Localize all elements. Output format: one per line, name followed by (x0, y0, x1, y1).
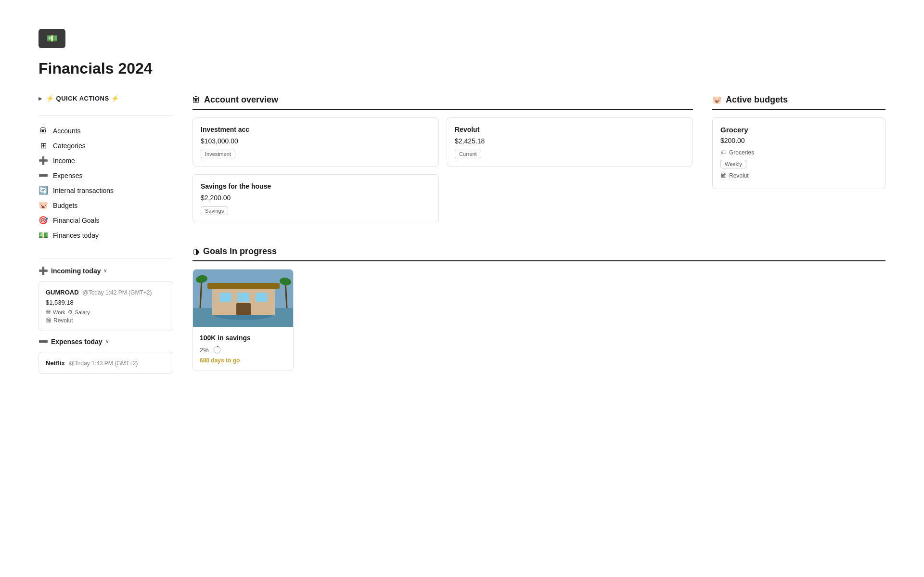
expenses-icon: ➖ (38, 171, 48, 180)
sidebar: ▶ ⚡ QUICK ACTIONS ⚡ 🏛 Accounts ⊞ Categor… (38, 95, 173, 548)
sidebar-item-expenses[interactable]: ➖ Expenses (38, 168, 173, 183)
sidebar-item-budgets-label: Budgets (53, 202, 77, 209)
active-budgets-title: Active budgets (726, 95, 788, 105)
logo-area: 💵 (38, 29, 886, 48)
goal-percent-0: 2% (200, 346, 209, 354)
incoming-today-toggle[interactable]: ➕ Incoming today ∨ (38, 266, 173, 275)
tag-salary: ⚙ Salary (68, 309, 90, 315)
account-overview-title: Account overview (204, 95, 278, 105)
sidebar-item-internal-transactions[interactable]: 🔄 Internal transactions (38, 183, 173, 198)
incoming-transaction-account-label-0: Revolut (53, 317, 73, 324)
budget-account-icon-0: 🏛 (720, 172, 726, 179)
account-amount-1: $2,425.18 (455, 137, 685, 145)
goals-header: ◑ Goals in progress (192, 246, 886, 261)
svg-rect-4 (207, 283, 280, 289)
svg-rect-8 (236, 303, 251, 315)
account-cards-grid: Investment acc $103,000.00 Investment Re… (192, 117, 693, 223)
progress-circle-icon-0 (213, 346, 221, 354)
account-type-2: Savings (201, 206, 228, 215)
incoming-today-label: Incoming today (51, 267, 101, 275)
account-card-revolut[interactable]: Revolut $2,425.18 Current (447, 117, 693, 167)
sidebar-item-financial-goals-label: Financial Goals (53, 217, 100, 224)
tag-work: 🏛 Work (46, 309, 65, 315)
sidebar-item-income[interactable]: ➕ Income (38, 153, 173, 168)
sidebar-item-finances-today-label: Finances today (53, 231, 99, 239)
account-name-2: Savings for the house (201, 182, 431, 190)
expenses-transaction-card-0[interactable]: Netflix @Today 1:43 PM (GMT+2) (38, 352, 173, 374)
budget-category-0: 🏷 Groceries (720, 149, 877, 156)
work-icon: 🏛 (46, 309, 51, 315)
budget-category-icon-0: 🏷 (720, 149, 726, 156)
budget-amount-0: $200.00 (720, 137, 877, 144)
quick-actions-arrow-icon: ▶ (38, 96, 42, 101)
sidebar-item-expenses-label: Expenses (53, 172, 82, 180)
goal-name-0: 100K in savings (200, 334, 286, 342)
tag-work-label: Work (53, 309, 65, 315)
accounts-icon: 🏛 (38, 127, 48, 135)
account-type-1: Current (455, 150, 481, 158)
financial-goals-icon: 🎯 (38, 216, 48, 225)
goal-image-0 (193, 269, 293, 327)
sidebar-nav: 🏛 Accounts ⊞ Categories ➕ Income ➖ Expen… (38, 124, 173, 243)
budget-card-grocery[interactable]: Grocery $200.00 🏷 Groceries Weekly 🏛 Rev… (712, 117, 886, 189)
incoming-transaction-account-0: 🏛 Revolut (46, 317, 166, 324)
budget-account-label-0: Revolut (729, 172, 749, 179)
incoming-transaction-name-0: GUMROAD (46, 289, 79, 296)
tag-salary-label: Salary (75, 309, 90, 315)
incoming-transaction-time-0: @Today 1:42 PM (GMT+2) (83, 289, 152, 296)
expenses-today-label: Expenses today (51, 338, 103, 346)
sidebar-item-income-label: Income (53, 157, 75, 165)
sidebar-divider-mid (38, 258, 173, 258)
goals-icon: ◑ (192, 247, 199, 256)
expenses-today-chevron-icon: ∨ (105, 339, 109, 344)
top-sections-row: 🏛 Account overview Investment acc $103,0… (192, 95, 886, 223)
account-type-0: Investment (201, 150, 235, 158)
svg-point-13 (214, 346, 220, 353)
incoming-transaction-amount-0: $1,539.18 (46, 299, 166, 306)
expenses-today-toggle[interactable]: ➖ Expenses today ∨ (38, 337, 173, 346)
budget-period-0: Weekly (720, 160, 746, 168)
sidebar-item-internal-transactions-label: Internal transactions (53, 187, 114, 194)
main-content: 🏛 Account overview Investment acc $103,0… (192, 95, 886, 548)
expenses-transaction-time-0: @Today 1:43 PM (GMT+2) (69, 360, 138, 367)
svg-rect-5 (219, 293, 231, 302)
goals-section: ◑ Goals in progress (192, 246, 886, 371)
sidebar-item-categories[interactable]: ⊞ Categories (38, 138, 173, 153)
incoming-transaction-tags-0: 🏛 Work ⚙ Salary (46, 309, 166, 315)
expenses-today-section: ➖ Expenses today ∨ Netflix @Today 1:43 P… (38, 337, 173, 374)
active-budgets-section: 🐷 Active budgets Grocery $200.00 🏷 Groce… (712, 95, 886, 223)
sidebar-item-financial-goals[interactable]: 🎯 Financial Goals (38, 213, 173, 228)
incoming-today-chevron-icon: ∨ (103, 268, 107, 273)
incoming-transaction-card-0[interactable]: GUMROAD @Today 1:42 PM (GMT+2) $1,539.18… (38, 281, 173, 331)
account-amount-2: $2,200.00 (201, 194, 431, 202)
goal-progress-row-0: 2% (200, 346, 286, 354)
svg-rect-6 (237, 293, 249, 302)
salary-icon: ⚙ (68, 309, 73, 315)
account-overview-header: 🏛 Account overview (192, 95, 693, 110)
account-overview-section: 🏛 Account overview Investment acc $103,0… (192, 95, 693, 223)
budget-name-0: Grocery (720, 126, 877, 134)
sidebar-item-categories-label: Categories (53, 142, 86, 150)
account-name-1: Revolut (455, 126, 685, 133)
active-budgets-header: 🐷 Active budgets (712, 95, 886, 110)
sidebar-item-accounts[interactable]: 🏛 Accounts (38, 124, 173, 138)
budgets-icon: 🐷 (38, 201, 48, 210)
logo-icon: 💵 (38, 29, 65, 48)
account-icon-small: 🏛 (46, 317, 51, 324)
budget-category-label-0: Groceries (729, 149, 754, 156)
sidebar-item-finances-today[interactable]: 💵 Finances today (38, 228, 173, 243)
goal-info-0: 100K in savings 2% 680 days to go (193, 327, 293, 371)
budget-account-0: 🏛 Revolut (720, 172, 877, 179)
page-title: Financials 2024 (38, 60, 886, 77)
quick-actions-toggle[interactable]: ▶ ⚡ QUICK ACTIONS ⚡ (38, 95, 173, 102)
account-card-investment[interactable]: Investment acc $103,000.00 Investment (192, 117, 439, 167)
goals-title: Goals in progress (203, 246, 277, 256)
income-icon: ➕ (38, 156, 48, 165)
goal-card-0[interactable]: 100K in savings 2% 680 days to go (192, 269, 294, 371)
svg-rect-7 (256, 293, 268, 302)
account-card-savings[interactable]: Savings for the house $2,200.00 Savings (192, 174, 439, 223)
categories-icon: ⊞ (38, 141, 48, 150)
sidebar-divider-top (38, 115, 173, 116)
goal-days-0: 680 days to go (200, 357, 286, 364)
sidebar-item-budgets[interactable]: 🐷 Budgets (38, 198, 173, 213)
